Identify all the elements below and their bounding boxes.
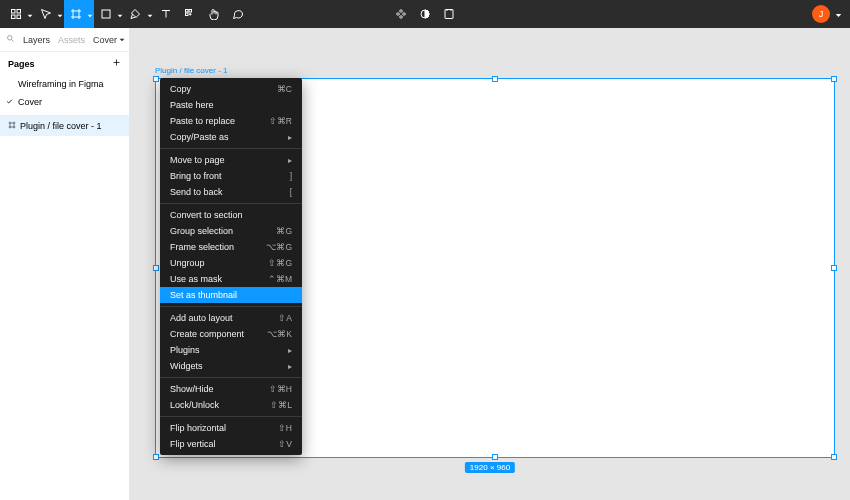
context-menu-item[interactable]: Convert to section: [160, 207, 302, 223]
main-area: Layers Assets Cover Pages Wireframing in…: [0, 28, 850, 500]
context-menu-label: Paste to replace: [170, 116, 235, 126]
resources-tool[interactable]: [178, 0, 202, 28]
context-menu-item[interactable]: Widgets: [160, 358, 302, 374]
resize-handle-br[interactable]: [831, 454, 837, 460]
context-menu-item[interactable]: Flip vertical⇧V: [160, 436, 302, 452]
shape-tool[interactable]: [94, 0, 124, 28]
page-item[interactable]: Wireframing in Figma: [0, 75, 129, 93]
context-menu-item[interactable]: Ungroup⇧⌘G: [160, 255, 302, 271]
move-tool[interactable]: [34, 0, 64, 28]
context-menu-item[interactable]: Frame selection⌥⌘G: [160, 239, 302, 255]
user-menu[interactable]: J: [812, 5, 846, 23]
svg-rect-9: [186, 10, 189, 13]
context-menu-separator: [160, 203, 302, 204]
context-menu-item[interactable]: Plugins: [160, 342, 302, 358]
chevron-down-icon: [119, 35, 125, 45]
context-menu-label: Set as thumbnail: [170, 290, 237, 300]
resize-handle-tl[interactable]: [153, 76, 159, 82]
canvas[interactable]: Plugin / file cover - 1 1920 × 960 Copy⌘…: [130, 28, 850, 500]
context-menu-shortcut: ⇧⌘G: [268, 258, 292, 268]
context-menu-label: Flip vertical: [170, 439, 216, 449]
chevron-down-icon: [87, 5, 93, 23]
search-icon[interactable]: [6, 34, 15, 45]
context-menu-shortcut: ⇧H: [278, 423, 292, 433]
context-menu-shortcut: ⇧⌘R: [269, 116, 292, 126]
resize-handle-bl[interactable]: [153, 454, 159, 460]
layers-list: Plugin / file cover - 1: [0, 116, 129, 136]
context-menu-shortcut: ⌃⌘M: [268, 274, 292, 284]
svg-rect-2: [12, 15, 16, 19]
pen-tool[interactable]: [124, 0, 154, 28]
avatar: J: [812, 5, 830, 23]
context-menu-label: Group selection: [170, 226, 233, 236]
resize-handle-tr[interactable]: [831, 76, 837, 82]
context-menu-item[interactable]: Use as mask⌃⌘M: [160, 271, 302, 287]
context-menu-label: Paste here: [170, 100, 214, 110]
page-item[interactable]: Cover: [0, 93, 129, 111]
figma-menu-tool[interactable]: [4, 0, 34, 28]
context-menu-item[interactable]: Flip horizontal⇧H: [160, 420, 302, 436]
context-menu-label: Add auto layout: [170, 313, 233, 323]
resize-handle-mt[interactable]: [492, 76, 498, 82]
hand-tool[interactable]: [202, 0, 226, 28]
context-menu-shortcut: ]: [290, 171, 292, 181]
pages-header: Pages: [0, 52, 129, 75]
context-menu-label: Flip horizontal: [170, 423, 226, 433]
chevron-down-icon: [147, 5, 153, 23]
svg-rect-8: [102, 10, 110, 18]
context-menu-label: Plugins: [170, 345, 200, 355]
context-menu-shortcut: ⌘C: [277, 84, 292, 94]
context-menu-label: Bring to front: [170, 171, 222, 181]
frame-label[interactable]: Plugin / file cover - 1: [155, 66, 227, 75]
context-menu-separator: [160, 416, 302, 417]
chevron-down-icon: [117, 5, 123, 23]
resize-handle-mr[interactable]: [831, 265, 837, 271]
chevron-down-icon: [832, 5, 846, 23]
page-name: Wireframing in Figma: [18, 79, 104, 89]
dev-mode-tool[interactable]: [437, 0, 461, 28]
context-menu-item[interactable]: Group selection⌘G: [160, 223, 302, 239]
pages-heading: Pages: [8, 59, 35, 69]
context-menu-item[interactable]: Set as thumbnail: [160, 287, 302, 303]
chevron-down-icon: [27, 5, 33, 23]
comment-tool[interactable]: [226, 0, 250, 28]
mask-tool[interactable]: [413, 0, 437, 28]
svg-line-17: [11, 39, 13, 41]
svg-rect-11: [186, 13, 189, 16]
text-tool[interactable]: [154, 0, 178, 28]
tab-assets[interactable]: Assets: [58, 35, 85, 45]
svg-point-16: [8, 36, 13, 41]
layer-label: Plugin / file cover - 1: [20, 121, 102, 131]
context-menu-item[interactable]: Create component⌥⌘K: [160, 326, 302, 342]
context-menu-label: Copy/Paste as: [170, 132, 229, 142]
frame-icon: [8, 121, 16, 131]
context-menu-label: Ungroup: [170, 258, 205, 268]
context-menu-item[interactable]: Paste here: [160, 97, 302, 113]
context-menu-item[interactable]: Move to page: [160, 152, 302, 168]
layer-item[interactable]: Plugin / file cover - 1: [0, 116, 129, 136]
resize-handle-ml[interactable]: [153, 265, 159, 271]
context-menu-item[interactable]: Copy⌘C: [160, 81, 302, 97]
sidebar-tabs: Layers Assets Cover: [0, 28, 129, 52]
context-menu-item[interactable]: Paste to replace⇧⌘R: [160, 113, 302, 129]
context-menu-item[interactable]: Lock/Unlock⇧⌘L: [160, 397, 302, 413]
svg-rect-0: [12, 10, 16, 14]
context-menu-item[interactable]: Add auto layout⇧A: [160, 310, 302, 326]
context-menu-label: Lock/Unlock: [170, 400, 219, 410]
context-menu-label: Move to page: [170, 155, 225, 165]
page-name: Cover: [18, 97, 42, 107]
context-menu-item[interactable]: Show/Hide⇧⌘H: [160, 381, 302, 397]
frame-tool[interactable]: [64, 0, 94, 28]
context-menu-item[interactable]: Send to back[: [160, 184, 302, 200]
resize-handle-mb[interactable]: [492, 454, 498, 460]
add-page-button[interactable]: [112, 58, 121, 69]
tab-page-selector[interactable]: Cover: [93, 35, 125, 45]
component-tool[interactable]: [389, 0, 413, 28]
tab-layers[interactable]: Layers: [23, 35, 50, 45]
context-menu-item[interactable]: Bring to front]: [160, 168, 302, 184]
context-menu-label: Copy: [170, 84, 191, 94]
svg-rect-1: [17, 10, 21, 14]
context-menu-item[interactable]: Copy/Paste as: [160, 129, 302, 145]
context-menu-shortcut: ⇧⌘L: [270, 400, 292, 410]
context-menu-label: Create component: [170, 329, 244, 339]
